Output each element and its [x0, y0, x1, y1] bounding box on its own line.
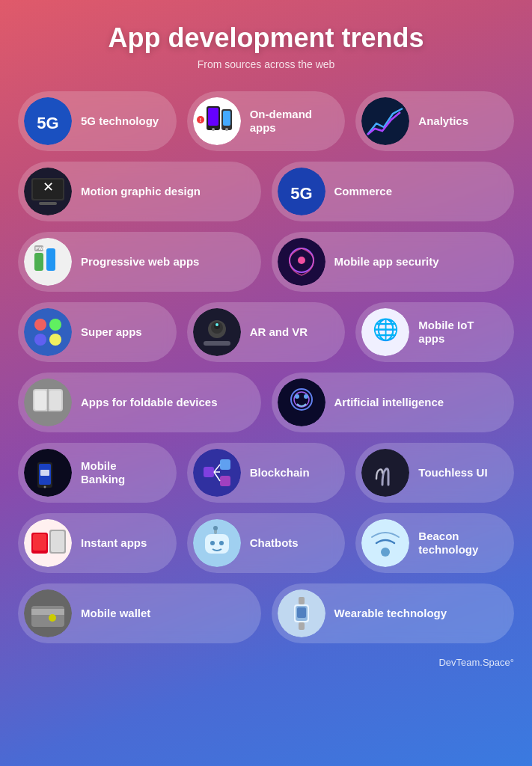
- card-banking[interactable]: Mobile Banking: [18, 443, 177, 503]
- label-ai: Artificial intelligence: [334, 396, 444, 409]
- icon-banking: [24, 449, 72, 497]
- svg-text:5G: 5G: [37, 114, 58, 132]
- card-pwa[interactable]: PWAProgressive web apps: [18, 232, 261, 292]
- icon-ar: [193, 308, 241, 356]
- trend-row: PWAProgressive web appsMobile app securi…: [18, 232, 514, 292]
- icon-pwa: PWA: [24, 238, 72, 286]
- svg-point-31: [49, 334, 61, 346]
- label-pwa: Progressive web apps: [81, 255, 199, 269]
- svg-point-28: [34, 319, 46, 331]
- svg-text:PWA: PWA: [35, 246, 46, 251]
- trend-row: Apps for foldable devicesArtificial inte…: [18, 373, 514, 432]
- card-wallet[interactable]: Mobile wallet: [18, 583, 261, 643]
- svg-text:✕: ✕: [43, 180, 54, 194]
- svg-rect-27: [24, 308, 72, 356]
- label-5g: 5G technology: [81, 114, 159, 128]
- card-5g[interactable]: 5G5G technology: [18, 91, 177, 151]
- svg-rect-56: [204, 467, 214, 477]
- svg-rect-45: [278, 379, 325, 426]
- label-ondemand: On-demand apps: [250, 108, 332, 135]
- card-touchless[interactable]: Touchless UI: [355, 443, 514, 503]
- svg-rect-6: [223, 111, 230, 126]
- svg-rect-84: [299, 597, 305, 604]
- label-motion: Motion graphic design: [81, 185, 201, 198]
- card-ai[interactable]: Artificial intelligence: [272, 373, 515, 432]
- card-instant[interactable]: Instant apps: [18, 513, 177, 573]
- card-ar[interactable]: AR and VR: [187, 302, 346, 362]
- card-foldable[interactable]: Apps for foldable devices: [18, 373, 261, 432]
- svg-rect-74: [361, 519, 409, 567]
- icon-motion: ✕: [24, 168, 72, 215]
- card-motion[interactable]: ✕Motion graphic design: [18, 162, 261, 221]
- brand-label: DevTeam.Space°: [438, 657, 514, 668]
- card-wearable[interactable]: Wearable technology: [272, 583, 515, 643]
- card-blockchain[interactable]: Blockchain: [187, 443, 346, 503]
- svg-rect-21: [46, 248, 55, 271]
- svg-point-29: [49, 319, 61, 331]
- svg-rect-62: [361, 449, 409, 497]
- page-title: App development trends: [108, 22, 424, 54]
- svg-point-26: [298, 257, 305, 264]
- label-foldable: Apps for foldable devices: [81, 396, 218, 409]
- icon-5g: 5G: [24, 97, 72, 145]
- label-super: Super apps: [81, 325, 142, 339]
- icon-ai: [278, 379, 325, 426]
- svg-rect-43: [34, 390, 46, 410]
- svg-point-75: [381, 548, 390, 557]
- card-ondemand[interactable]: !On-demand apps: [187, 91, 346, 151]
- label-iot: Mobile IoT apps: [418, 319, 501, 346]
- label-wallet: Mobile wallet: [81, 607, 150, 620]
- label-banking: Mobile Banking: [81, 459, 163, 486]
- svg-rect-67: [51, 531, 64, 552]
- svg-point-53: [44, 486, 46, 488]
- svg-rect-44: [49, 390, 61, 410]
- label-ar: AR and VR: [250, 325, 308, 339]
- card-super[interactable]: Super apps: [18, 302, 177, 362]
- icon-analytics: [361, 97, 409, 145]
- icon-blockchain: [193, 449, 241, 497]
- icon-wallet: [24, 589, 72, 637]
- svg-point-71: [219, 541, 224, 545]
- label-mobile-security: Mobile app security: [334, 255, 439, 269]
- trend-row: Mobile BankingBlockchainTouchless UI: [18, 443, 514, 503]
- svg-point-48: [295, 394, 299, 399]
- svg-rect-37: [204, 341, 230, 346]
- page-subtitle: From sources across the web: [198, 58, 335, 70]
- svg-point-73: [213, 526, 218, 530]
- label-chatbot: Chatbots: [250, 536, 299, 550]
- icon-foldable: [24, 379, 72, 426]
- svg-rect-78: [31, 609, 64, 615]
- card-mobile-security[interactable]: Mobile app security: [272, 232, 515, 292]
- svg-rect-54: [40, 470, 49, 476]
- svg-text:!: !: [200, 117, 201, 123]
- icon-chatbot: [193, 519, 241, 567]
- label-blockchain: Blockchain: [250, 466, 310, 479]
- card-commerce[interactable]: 5GCommerce: [272, 162, 515, 221]
- svg-rect-55: [193, 449, 241, 497]
- svg-point-36: [215, 323, 218, 326]
- trend-row: Super appsAR and VR🌐Mobile IoT apps: [18, 302, 514, 362]
- label-analytics: Analytics: [418, 114, 468, 128]
- svg-rect-83: [297, 607, 306, 618]
- icon-instant: [24, 519, 72, 567]
- svg-rect-65: [33, 534, 46, 551]
- label-touchless: Touchless UI: [418, 466, 487, 479]
- svg-point-7: [212, 128, 215, 131]
- trend-row: ✕Motion graphic design5GCommerce: [18, 162, 514, 221]
- svg-rect-16: [39, 202, 57, 205]
- icon-mobile-security: [278, 238, 325, 286]
- card-chatbot[interactable]: Chatbots: [187, 513, 346, 573]
- icon-wearable: [278, 589, 325, 637]
- svg-rect-11: [361, 97, 409, 145]
- svg-point-30: [34, 334, 46, 346]
- card-iot[interactable]: 🌐Mobile IoT apps: [355, 302, 514, 362]
- card-beacon[interactable]: Beacon technology: [355, 513, 514, 573]
- trend-row: Mobile walletWearable technology: [18, 583, 514, 643]
- icon-iot: 🌐: [361, 308, 409, 356]
- svg-point-70: [210, 541, 215, 545]
- card-analytics[interactable]: Analytics: [355, 91, 514, 151]
- icon-beacon: [361, 519, 409, 567]
- svg-rect-58: [220, 476, 230, 486]
- svg-point-79: [49, 614, 56, 622]
- icon-ondemand: !: [193, 97, 241, 145]
